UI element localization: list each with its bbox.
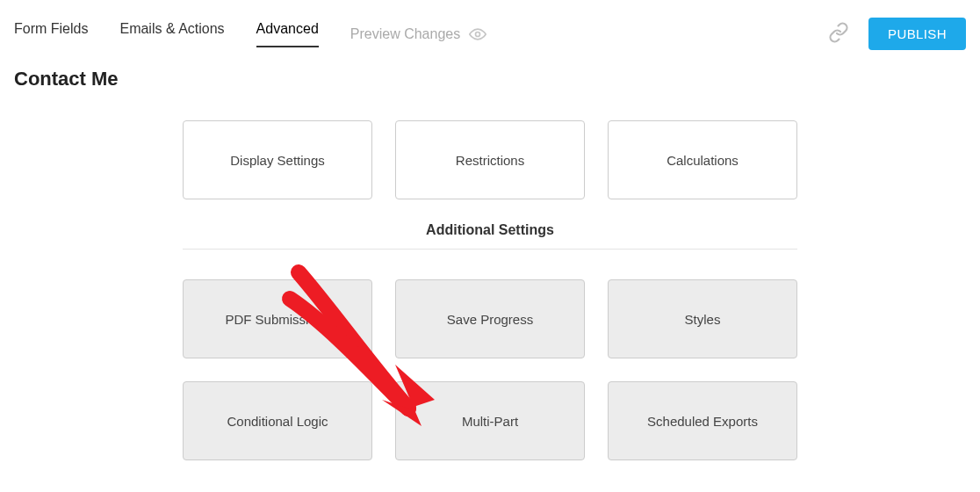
svg-point-0 (476, 32, 480, 36)
settings-panel: Display Settings Restrictions Calculatio… (183, 120, 797, 460)
additional-row-2: Conditional Logic Multi-Part Scheduled E… (183, 381, 797, 460)
main-settings-row: Display Settings Restrictions Calculatio… (183, 120, 797, 199)
link-icon[interactable] (828, 22, 849, 47)
publish-button[interactable]: PUBLISH (868, 18, 966, 50)
card-restrictions[interactable]: Restrictions (395, 120, 585, 199)
card-save-progress[interactable]: Save Progress (395, 279, 585, 358)
tab-advanced[interactable]: Advanced (256, 21, 319, 47)
card-pdf-submissions[interactable]: PDF Submissions (183, 279, 372, 358)
tab-form-fields[interactable]: Form Fields (14, 21, 88, 47)
eye-icon (469, 28, 486, 40)
page-title: Contact Me (0, 59, 980, 99)
card-calculations[interactable]: Calculations (608, 120, 797, 199)
preview-changes[interactable]: Preview Changes (350, 26, 486, 42)
section-title-additional: Additional Settings (183, 222, 797, 238)
card-scheduled-exports[interactable]: Scheduled Exports (608, 381, 797, 460)
top-bar: Form Fields Emails & Actions Advanced Pr… (0, 0, 980, 59)
tab-nav: Form Fields Emails & Actions Advanced (14, 21, 319, 47)
card-multi-part[interactable]: Multi-Part (395, 381, 585, 460)
card-conditional-logic[interactable]: Conditional Logic (183, 381, 372, 460)
divider (183, 249, 797, 250)
card-display-settings[interactable]: Display Settings (183, 120, 372, 199)
tab-emails-actions[interactable]: Emails & Actions (119, 21, 224, 47)
additional-row-1: PDF Submissions Save Progress Styles (183, 279, 797, 358)
preview-label: Preview Changes (350, 26, 460, 42)
card-styles[interactable]: Styles (608, 279, 797, 358)
